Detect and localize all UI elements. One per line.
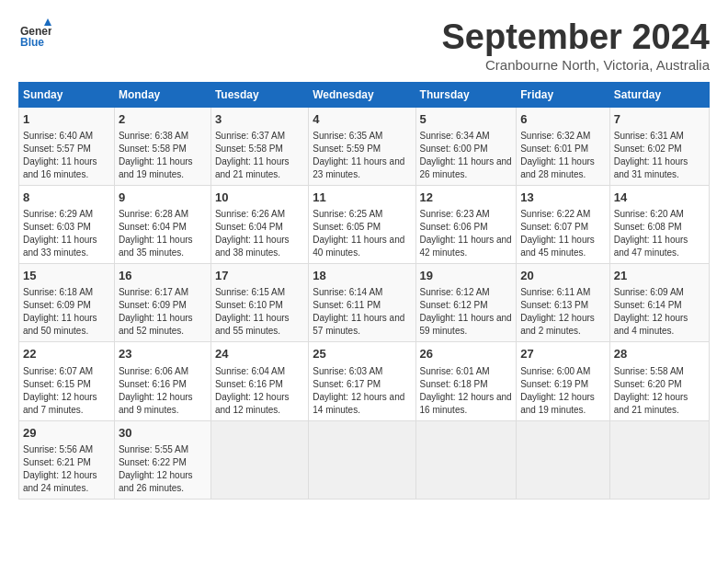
calendar-cell: 22 Sunrise: 6:07 AM Sunset: 6:15 PM Dayl… [19, 342, 115, 420]
daylight-text: Daylight: 11 hours and 47 minutes. [614, 235, 688, 258]
calendar-cell: 6 Sunrise: 6:32 AM Sunset: 6:01 PM Dayli… [517, 107, 610, 185]
sunrise-text: Sunrise: 6:25 AM [313, 209, 382, 219]
calendar-table: Sunday Monday Tuesday Wednesday Thursday… [18, 82, 710, 500]
day-number: 1 [23, 111, 110, 128]
sunset-text: Sunset: 6:21 PM [23, 457, 91, 467]
logo-icon: General Blue [18, 18, 51, 52]
month-title: September 2024 [442, 18, 711, 57]
day-number: 15 [23, 268, 110, 284]
sunrise-text: Sunrise: 6:06 AM [119, 366, 188, 376]
daylight-text: Daylight: 11 hours and 35 minutes. [119, 235, 193, 258]
sunset-text: Sunset: 6:18 PM [420, 379, 488, 389]
sunset-text: Sunset: 6:20 PM [614, 379, 682, 389]
title-area: September 2024 Cranbourne North, Victori… [442, 18, 711, 73]
sunrise-text: Sunrise: 6:31 AM [614, 131, 684, 141]
daylight-text: Daylight: 12 hours and 19 minutes. [520, 392, 595, 415]
calendar-cell: 14 Sunrise: 6:20 AM Sunset: 6:08 PM Dayl… [609, 185, 709, 263]
day-number: 5 [420, 111, 513, 128]
daylight-text: Daylight: 11 hours and 59 minutes. [420, 313, 512, 336]
sunset-text: Sunset: 6:19 PM [520, 379, 588, 389]
calendar-cell: 28 Sunrise: 5:58 AM Sunset: 6:20 PM Dayl… [609, 342, 709, 420]
table-row: 22 Sunrise: 6:07 AM Sunset: 6:15 PM Dayl… [19, 342, 710, 420]
sunset-text: Sunset: 6:13 PM [520, 300, 588, 310]
sunrise-text: Sunrise: 6:07 AM [23, 366, 93, 376]
daylight-text: Daylight: 12 hours and 14 minutes. [313, 392, 404, 415]
day-number: 22 [23, 346, 110, 362]
calendar-cell: 7 Sunrise: 6:31 AM Sunset: 6:02 PM Dayli… [609, 107, 709, 185]
day-number: 13 [520, 190, 606, 206]
sunset-text: Sunset: 6:04 PM [215, 222, 283, 232]
sunrise-text: Sunrise: 6:35 AM [313, 131, 382, 141]
sunset-text: Sunset: 6:01 PM [520, 144, 588, 154]
daylight-text: Daylight: 12 hours and 26 minutes. [119, 470, 193, 493]
table-row: 29 Sunrise: 5:56 AM Sunset: 6:21 PM Dayl… [19, 420, 710, 499]
day-number: 9 [119, 190, 207, 206]
sunrise-text: Sunrise: 5:56 AM [23, 444, 93, 454]
calendar-cell: 12 Sunrise: 6:23 AM Sunset: 6:06 PM Dayl… [415, 185, 517, 263]
svg-text:Blue: Blue [20, 36, 44, 49]
calendar-cell: 2 Sunrise: 6:38 AM Sunset: 5:58 PM Dayli… [114, 107, 210, 185]
calendar-cell [210, 420, 308, 499]
calendar-cell: 11 Sunrise: 6:25 AM Sunset: 6:05 PM Dayl… [309, 185, 415, 263]
daylight-text: Daylight: 11 hours and 57 minutes. [313, 313, 404, 336]
daylight-text: Daylight: 12 hours and 12 minutes. [215, 392, 290, 415]
calendar-cell: 29 Sunrise: 5:56 AM Sunset: 6:21 PM Dayl… [19, 420, 115, 499]
sunrise-text: Sunrise: 6:14 AM [313, 287, 382, 297]
daylight-text: Daylight: 11 hours and 33 minutes. [23, 235, 97, 258]
page-header: General Blue September 2024 Cranbourne N… [18, 18, 710, 73]
sunset-text: Sunset: 6:12 PM [420, 300, 488, 310]
calendar-cell: 24 Sunrise: 6:04 AM Sunset: 6:16 PM Dayl… [210, 342, 308, 420]
day-number: 14 [614, 190, 705, 206]
daylight-text: Daylight: 12 hours and 21 minutes. [614, 392, 688, 415]
sunset-text: Sunset: 6:16 PM [215, 379, 283, 389]
day-number: 27 [520, 346, 606, 362]
day-number: 30 [119, 425, 207, 442]
daylight-text: Daylight: 12 hours and 2 minutes. [520, 313, 595, 336]
daylight-text: Daylight: 11 hours and 23 minutes. [313, 156, 404, 179]
table-row: 1 Sunrise: 6:40 AM Sunset: 5:57 PM Dayli… [19, 107, 710, 185]
table-row: 15 Sunrise: 6:18 AM Sunset: 6:09 PM Dayl… [19, 264, 710, 342]
daylight-text: Daylight: 11 hours and 50 minutes. [23, 313, 97, 336]
daylight-text: Daylight: 11 hours and 19 minutes. [119, 156, 193, 179]
svg-marker-2 [44, 18, 51, 26]
daylight-text: Daylight: 11 hours and 21 minutes. [215, 156, 290, 179]
calendar-cell: 30 Sunrise: 5:55 AM Sunset: 6:22 PM Dayl… [114, 420, 210, 499]
sunset-text: Sunset: 5:58 PM [119, 144, 187, 154]
sunset-text: Sunset: 6:16 PM [119, 379, 187, 389]
calendar-cell: 26 Sunrise: 6:01 AM Sunset: 6:18 PM Dayl… [415, 342, 517, 420]
day-number: 8 [23, 190, 110, 206]
day-number: 6 [520, 111, 606, 128]
calendar-cell: 15 Sunrise: 6:18 AM Sunset: 6:09 PM Dayl… [19, 264, 115, 342]
sunrise-text: Sunrise: 6:11 AM [520, 287, 590, 297]
sunrise-text: Sunrise: 5:55 AM [119, 444, 188, 454]
calendar-cell: 21 Sunrise: 6:09 AM Sunset: 6:14 PM Dayl… [609, 264, 709, 342]
daylight-text: Daylight: 11 hours and 28 minutes. [520, 156, 595, 179]
col-monday: Monday [114, 82, 210, 107]
day-number: 11 [313, 190, 411, 206]
sunrise-text: Sunrise: 6:04 AM [215, 366, 285, 376]
sunset-text: Sunset: 6:17 PM [313, 379, 381, 389]
sunset-text: Sunset: 5:57 PM [23, 144, 91, 154]
sunrise-text: Sunrise: 6:29 AM [23, 209, 93, 219]
sunset-text: Sunset: 6:15 PM [23, 379, 91, 389]
day-number: 3 [215, 111, 304, 128]
calendar-cell: 25 Sunrise: 6:03 AM Sunset: 6:17 PM Dayl… [309, 342, 415, 420]
sunrise-text: Sunrise: 6:12 AM [420, 287, 490, 297]
daylight-text: Daylight: 12 hours and 9 minutes. [119, 392, 193, 415]
col-tuesday: Tuesday [210, 82, 308, 107]
sunset-text: Sunset: 6:22 PM [119, 457, 187, 467]
sunset-text: Sunset: 6:05 PM [313, 222, 381, 232]
sunset-text: Sunset: 6:06 PM [420, 222, 488, 232]
day-number: 28 [614, 346, 705, 362]
location-title: Cranbourne North, Victoria, Australia [442, 57, 711, 73]
day-number: 23 [119, 346, 207, 362]
day-number: 29 [23, 425, 110, 442]
sunrise-text: Sunrise: 6:40 AM [23, 131, 93, 141]
col-thursday: Thursday [415, 82, 517, 107]
day-number: 19 [420, 268, 513, 284]
day-number: 12 [420, 190, 513, 206]
sunset-text: Sunset: 6:00 PM [420, 144, 488, 154]
calendar-cell: 9 Sunrise: 6:28 AM Sunset: 6:04 PM Dayli… [114, 185, 210, 263]
sunrise-text: Sunrise: 6:00 AM [520, 366, 590, 376]
sunset-text: Sunset: 6:09 PM [23, 300, 91, 310]
